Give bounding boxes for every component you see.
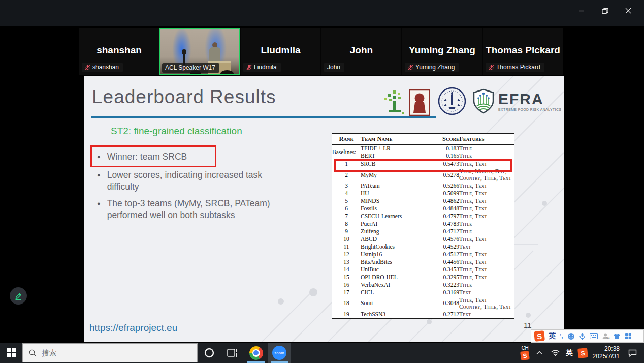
ime-indicator[interactable]: CH S xyxy=(521,346,529,360)
zoom-taskbar-button[interactable]: zoom xyxy=(268,343,291,363)
participant-label: John xyxy=(324,63,344,72)
participant-tile[interactable]: JohnJohn xyxy=(321,28,402,75)
cell-team: MINDS xyxy=(361,197,433,205)
participant-label-text: John xyxy=(327,64,340,71)
participant-tile[interactable]: ACL Speaker W17 xyxy=(159,28,240,75)
cell-rank: 10 xyxy=(332,235,361,243)
minimize-button[interactable] xyxy=(570,3,593,18)
annotate-button[interactable] xyxy=(10,287,27,305)
network-button[interactable] xyxy=(550,350,561,356)
action-center-button[interactable] xyxy=(625,349,640,357)
emoji-icon[interactable] xyxy=(567,332,575,340)
bullet-text: Lower scores, indicating increased task … xyxy=(107,169,295,193)
close-icon xyxy=(625,8,631,14)
close-button[interactable] xyxy=(617,3,640,18)
slide-title: Leaderboard Results xyxy=(92,86,276,108)
skin-icon[interactable] xyxy=(613,333,621,340)
start-button[interactable] xyxy=(0,343,22,363)
bullet-item: ● Winner: team SRCB xyxy=(97,151,295,163)
cell-features: Title xyxy=(459,220,514,228)
taskbar-search[interactable] xyxy=(22,343,198,362)
cell-team: BrightCookies xyxy=(361,243,433,251)
table-row: 6Fossils0.4848Title, Text xyxy=(332,205,514,213)
bullet-dot: ● xyxy=(97,169,101,193)
highlight-box-srcb-row xyxy=(334,159,512,172)
table-row: 12Ustnlp160.4512Title, Text xyxy=(332,251,514,258)
cell-team: CICL xyxy=(361,289,433,296)
participant-name: Liudmila xyxy=(241,45,320,56)
task-view-icon xyxy=(227,348,238,357)
table-row: 3PATeam0.5266Title, Text xyxy=(332,182,514,190)
participant-label-text: ACL Speaker W17 xyxy=(165,64,215,71)
cell-score: 0.4512 xyxy=(433,251,459,258)
profile-badge: 34 xyxy=(606,337,610,340)
ime-badge: CH xyxy=(521,346,528,351)
punctuation-icon[interactable]: ’, xyxy=(560,332,563,340)
cell-features: Title, Text xyxy=(459,190,514,197)
table-row: 17CICL0.3169Text xyxy=(332,289,514,296)
cell-team: CSECU-Learners xyxy=(361,213,433,220)
cell-rank: 19 xyxy=(332,311,361,319)
cell-rank: 14 xyxy=(332,266,361,274)
leaderboard-table-card: RankTeam NameScoreFeaturesBaselines:TFID… xyxy=(332,133,514,319)
system-tray: CH S 英 S 20:38 2025/7/3 xyxy=(521,343,644,363)
cell-score: 0.3453 xyxy=(433,266,459,274)
cell-rank: 6 xyxy=(332,205,361,213)
cell-features: Text xyxy=(459,311,514,319)
cell-rank: 15 xyxy=(332,274,361,281)
participant-label: Yuming Zhang xyxy=(405,63,459,72)
search-input[interactable] xyxy=(42,349,169,357)
table-header-row: RankTeam NameScoreFeatures xyxy=(332,134,514,144)
muted-mic-icon xyxy=(246,64,252,71)
table-row: 14UniBuc0.3453Title, Text xyxy=(332,266,514,274)
cortana-button[interactable] xyxy=(198,343,221,363)
participant-tile[interactable]: LiudmilaLiudmila xyxy=(240,28,321,75)
keyboard-icon[interactable] xyxy=(590,333,598,339)
bullet-item: ● Lower scores, indicating increased tas… xyxy=(97,169,295,193)
table-row: 18Somi0.3048Title, Text Country, Title, … xyxy=(332,296,514,311)
participant-tile[interactable]: Thomas PickardThomas Pickard xyxy=(482,28,563,75)
profile-icon[interactable]: 34 xyxy=(602,332,609,340)
cell-score: 0.4797 xyxy=(433,213,459,220)
cell-features: Title, Text xyxy=(459,197,514,205)
cell-team: OPI-DRO-HEL xyxy=(361,274,433,281)
task-view-button[interactable] xyxy=(221,343,244,363)
section-heading: ST2: fine-grained classification xyxy=(111,126,242,137)
cell-team: Fossils xyxy=(361,205,433,213)
tray-expand-button[interactable] xyxy=(534,351,544,355)
taskbar: zoom CH S 英 S xyxy=(0,343,644,363)
cell-score: 0.5099 xyxy=(433,190,459,197)
cell-score: 0.2712 xyxy=(433,311,459,319)
voice-icon[interactable] xyxy=(579,332,586,340)
cell-rank: 18 xyxy=(332,296,361,311)
participant-tile[interactable]: Yuming ZhangYuming Zhang xyxy=(402,28,482,75)
table-row: 5MINDS0.4862Title, Text xyxy=(332,197,514,205)
sogou-tray-icon[interactable]: S xyxy=(577,348,588,358)
cell-score: 0.3048 xyxy=(433,296,459,311)
cell-rank: 13 xyxy=(332,258,361,266)
language-indicator[interactable]: 英 xyxy=(566,348,573,357)
cell-features: Title xyxy=(459,228,514,235)
table-row: 8PuerAI0.4783Title xyxy=(332,220,514,228)
participant-tile[interactable]: shanshanshanshan xyxy=(79,28,159,75)
restore-button[interactable] xyxy=(593,3,617,18)
cell-rank: 8 xyxy=(332,220,361,228)
clock[interactable]: 20:38 2025/7/31 xyxy=(593,345,620,360)
cell-rank: 7 xyxy=(332,213,361,220)
cell-score: 0.4529 xyxy=(433,243,459,251)
chrome-taskbar-button[interactable] xyxy=(244,343,268,363)
notification-icon xyxy=(628,349,637,357)
cell-rank: 17 xyxy=(332,289,361,296)
cell-rank: 3 xyxy=(332,182,361,190)
cell-team: BitsAndBites xyxy=(361,258,433,266)
sogou-logo-icon[interactable]: S xyxy=(534,330,545,342)
cell-features: Title, Text xyxy=(459,235,514,243)
cell-features: Title xyxy=(459,144,514,152)
cell-features: Title, Text xyxy=(459,182,514,190)
toolbox-icon[interactable] xyxy=(625,332,632,340)
cell-score: 0.4862 xyxy=(433,197,459,205)
cell-team: TFIDF + LR xyxy=(361,144,433,152)
ime-mode-toggle[interactable]: 英 xyxy=(549,331,556,341)
cell-team: PATeam xyxy=(361,182,433,190)
window-title-bar xyxy=(0,0,644,26)
